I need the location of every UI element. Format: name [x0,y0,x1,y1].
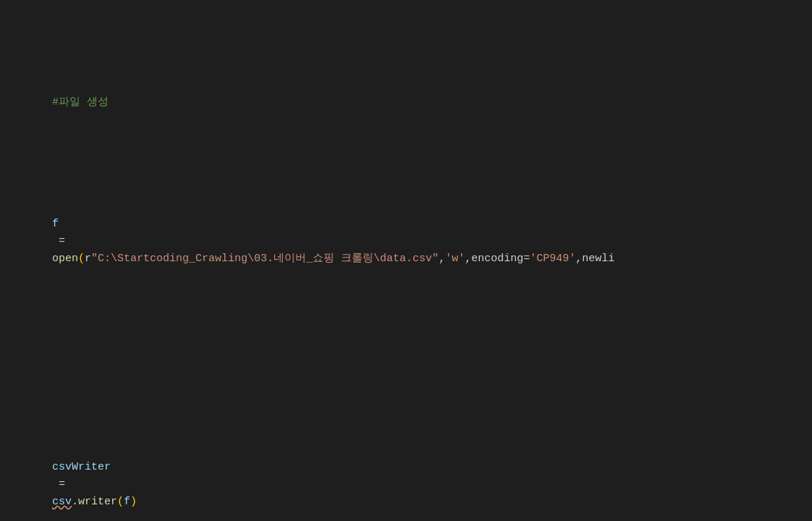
line-empty-1 [0,355,812,372]
string-filepath: "C:\Startcoding_Crawling\03.네이버_쇼핑 크롤링\d… [91,253,439,265]
line-comment-file-create: #파일 생성 [0,77,812,129]
code-editor: #파일 생성 f = open(r"C:\Startcoding_Crawlin… [0,0,812,521]
func-open: open [52,253,78,265]
var-csvwriter: csvWriter [52,461,111,473]
comment-file-create: #파일 생성 [52,96,109,109]
line-file-open: f = open(r"C:\Startcoding_Crawling\03.네이… [0,198,812,285]
var-csv: csv [52,496,72,508]
var-f: f [52,218,59,230]
line-csvwriter: csvWriter = csv.writer(f) [0,441,812,521]
var-f2: f [124,496,130,508]
func-writer: writer [78,496,117,508]
